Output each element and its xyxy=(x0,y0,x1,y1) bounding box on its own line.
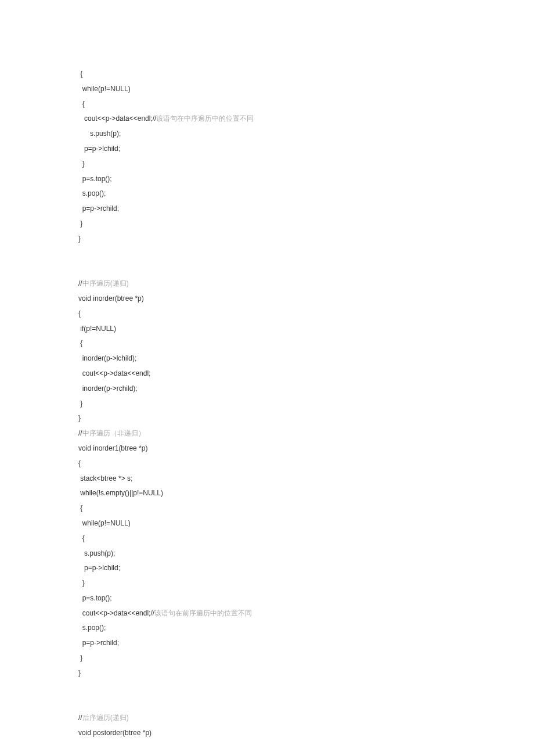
code-text: // xyxy=(78,429,82,437)
code-text: inorder(p->lchild); xyxy=(78,354,136,362)
code-text: inorder(p->rchild); xyxy=(78,384,138,393)
code-text: { xyxy=(78,459,81,467)
code-comment: 中序遍历(递归) xyxy=(82,279,129,287)
code-text: { xyxy=(78,339,82,347)
code-text: p=p->lchild; xyxy=(78,145,120,153)
code-text: // xyxy=(78,714,82,722)
code-line: { xyxy=(78,456,534,471)
code-line: while(p!=NULL) xyxy=(78,82,534,97)
code-text: p=s.top(); xyxy=(78,175,112,183)
code-line: s.pop(); xyxy=(78,621,534,636)
code-text: } xyxy=(78,160,85,168)
code-text xyxy=(78,250,80,258)
code-text: { xyxy=(78,70,82,78)
code-line: cout<<p->data<<endl;//该语句在中序遍历中的位置不同 xyxy=(78,111,534,127)
code-line: p=p->lchild; xyxy=(78,142,534,157)
code-line: void inorder1(btree *p) xyxy=(78,441,534,456)
code-text xyxy=(78,699,80,707)
code-text: cout<<p->data<<endl;// xyxy=(78,609,154,617)
code-line: } xyxy=(78,217,534,232)
code-line: //后序遍历(递归) xyxy=(78,711,534,726)
code-line: } xyxy=(78,157,534,172)
code-line: if(p!=NULL) xyxy=(78,322,534,337)
code-text: p=s.top(); xyxy=(78,594,112,602)
code-comment: 后序遍历(递归) xyxy=(82,714,129,722)
code-text: while(p!=NULL) xyxy=(78,519,131,527)
code-text: } xyxy=(78,654,82,662)
code-line: { xyxy=(78,307,534,322)
code-text: void inorder1(btree *p) xyxy=(78,444,147,452)
code-line: //中序遍历（非递归） xyxy=(78,426,534,441)
code-text: } xyxy=(78,669,81,677)
code-line: { xyxy=(78,501,534,516)
code-line: //中序遍历(递归) xyxy=(78,276,534,291)
code-line: p=p->rchild; xyxy=(78,636,534,651)
code-text: } xyxy=(78,235,81,243)
code-line: inorder(p->lchild); xyxy=(78,351,534,366)
code-text: { xyxy=(78,504,82,512)
code-line: } xyxy=(78,411,534,426)
code-block: { while(p!=NULL) { cout<<p->data<<endl;/… xyxy=(78,67,534,741)
code-line: { xyxy=(78,336,534,351)
code-line: p=p->lchild; xyxy=(78,561,534,576)
code-line: stack<btree *> s; xyxy=(78,471,534,487)
code-line: { xyxy=(78,67,534,82)
code-text: cout<<p->data<<endl; xyxy=(78,369,150,377)
code-text: s.push(p); xyxy=(78,549,115,557)
code-line xyxy=(78,681,534,696)
code-text xyxy=(78,684,80,692)
code-text: stack<btree *> s; xyxy=(78,474,132,483)
code-text: s.pop(); xyxy=(78,624,106,632)
code-line: void inorder(btree *p) xyxy=(78,291,534,307)
code-line xyxy=(78,696,534,711)
code-text: cout<<p->data<<endl;// xyxy=(78,114,156,123)
code-line: cout<<p->data<<endl; xyxy=(78,366,534,381)
code-line: s.push(p); xyxy=(78,546,534,561)
code-text: s.push(p); xyxy=(78,129,121,138)
code-line: cout<<p->data<<endl;//该语句在前序遍历中的位置不同 xyxy=(78,606,534,621)
code-line: p=s.top(); xyxy=(78,172,534,187)
code-line: } xyxy=(78,232,534,247)
code-line: inorder(p->rchild); xyxy=(78,381,534,397)
code-line: s.push(p); xyxy=(78,127,534,142)
code-comment: 该语句在前序遍历中的位置不同 xyxy=(154,609,252,617)
code-text: if(p!=NULL) xyxy=(78,325,116,333)
code-line xyxy=(78,261,534,276)
code-text: { xyxy=(78,309,81,318)
code-text: } xyxy=(78,399,82,408)
code-comment: 该语句在中序遍历中的位置不同 xyxy=(156,114,254,123)
code-text: s.pop(); xyxy=(78,189,106,197)
code-text: while(!s.empty()||p!=NULL) xyxy=(78,489,163,497)
code-line: while(!s.empty()||p!=NULL) xyxy=(78,486,534,501)
code-line: s.pop(); xyxy=(78,186,534,201)
code-line: { xyxy=(78,97,534,112)
code-text: } xyxy=(78,579,85,587)
code-line: p=p->rchild; xyxy=(78,201,534,217)
code-text: } xyxy=(78,219,82,228)
code-line: while(p!=NULL) xyxy=(78,516,534,531)
code-line: { xyxy=(78,531,534,546)
code-text: void inorder(btree *p) xyxy=(78,294,144,303)
code-line: } xyxy=(78,397,534,412)
code-line: } xyxy=(78,576,534,591)
code-text: while(p!=NULL) xyxy=(78,85,131,93)
code-text xyxy=(78,264,80,272)
code-line xyxy=(78,247,534,262)
code-text: // xyxy=(78,279,82,287)
code-line: } xyxy=(78,666,534,681)
code-text: } xyxy=(78,414,81,422)
code-line: p=s.top(); xyxy=(78,591,534,606)
code-line: } xyxy=(78,651,534,666)
code-text: p=p->rchild; xyxy=(78,639,119,647)
code-text: { xyxy=(78,534,85,542)
code-text: void postorder(btree *p) xyxy=(78,729,151,737)
code-line: void postorder(btree *p) xyxy=(78,726,534,741)
code-text: p=p->lchild; xyxy=(78,564,120,572)
code-comment: 中序遍历（非递归） xyxy=(82,429,145,437)
code-text: p=p->rchild; xyxy=(78,204,119,213)
code-text: { xyxy=(78,100,85,108)
code-document-page: { while(p!=NULL) { cout<<p->data<<endl;/… xyxy=(0,0,534,756)
